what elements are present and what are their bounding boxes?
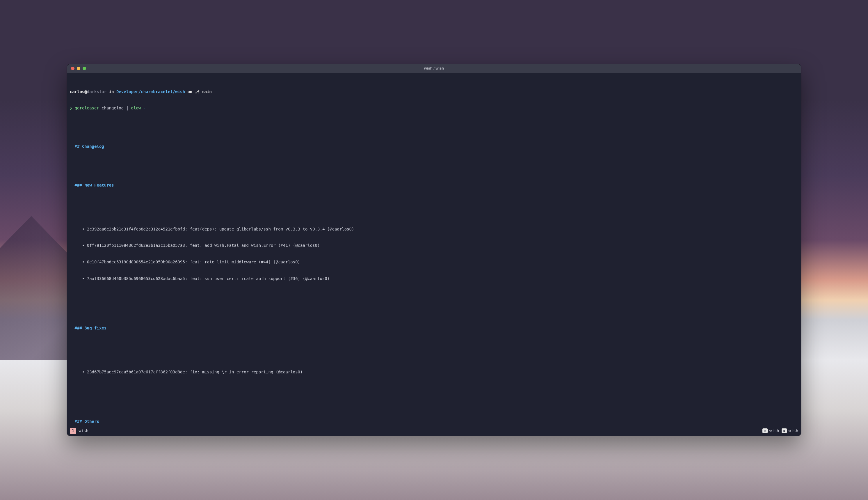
- list-item: 23d67b75aec97caa5b61a07e617cff862f03d8de…: [87, 370, 303, 374]
- prompt-in: in: [106, 89, 116, 94]
- list-item: 7aaf336668d460b385d6968653cd628adac6baa5…: [87, 276, 329, 281]
- cmd-goreleaser: goreleaser: [75, 106, 99, 110]
- status-right: ⌂ wish ▣ wish: [762, 429, 798, 433]
- prompt-branch: main: [199, 89, 212, 94]
- prompt-on: on: [185, 89, 195, 94]
- list-item: 0e10f47bbdec63190d890654e21d050b90a26395…: [87, 260, 300, 264]
- traffic-lights: [71, 67, 86, 70]
- window-name[interactable]: wish: [79, 429, 89, 433]
- prompt-command-1: ❯ goreleaser changelog | glow -: [70, 105, 798, 111]
- terminal-body[interactable]: carlos@darkstar in Developer/charmbracel…: [67, 73, 801, 428]
- git-branch-icon: ⎇: [195, 89, 199, 94]
- pipe-symbol: |: [126, 106, 129, 110]
- close-icon[interactable]: [71, 67, 74, 70]
- cmd-dash: -: [143, 106, 146, 110]
- heading-others: ### Others: [75, 419, 99, 424]
- minimize-icon[interactable]: [77, 67, 80, 70]
- status-left: 1 wish: [70, 428, 89, 434]
- heading-bug-fixes: ### Bug fixes: [75, 326, 107, 330]
- heading-changelog: ## Changelog: [75, 144, 104, 149]
- cmd-glow: glow: [129, 106, 143, 110]
- heading-new-features: ### New Features: [75, 183, 114, 188]
- zoom-icon[interactable]: [83, 67, 86, 70]
- prompt-path: Developer/charmbracelet/wish: [116, 89, 185, 94]
- list-item: 2c392aa6e2bb21d31f4fcb8e2c312c4521efbbfd…: [87, 227, 354, 231]
- prompt-at: @: [84, 89, 87, 94]
- cmd-arg: changelog: [99, 106, 126, 110]
- prompt-user: carlos: [70, 89, 85, 94]
- titlebar[interactable]: wish / wish: [67, 64, 801, 73]
- window-title: wish / wish: [67, 66, 801, 70]
- prompt-host: darkstar: [87, 89, 106, 94]
- status-segment[interactable]: ▣ wish: [782, 429, 798, 433]
- terminal-icon: ▣: [782, 429, 787, 433]
- status-label: wish: [769, 429, 779, 433]
- window-index-badge[interactable]: 1: [70, 428, 76, 434]
- prompt-context-1: carlos@darkstar in Developer/charmbracel…: [70, 89, 798, 94]
- prompt-symbol: ❯: [70, 106, 72, 110]
- list-item: 0ff781120fb111084362fd62e3b1a3c15ba057a3…: [87, 243, 320, 248]
- key-icon: ⌂: [762, 429, 768, 433]
- status-segment[interactable]: ⌂ wish: [762, 429, 779, 433]
- terminal-window: wish / wish carlos@darkstar in Developer…: [67, 64, 801, 436]
- tmux-statusbar: 1 wish ⌂ wish ▣ wish: [67, 427, 801, 436]
- status-label: wish: [789, 429, 798, 433]
